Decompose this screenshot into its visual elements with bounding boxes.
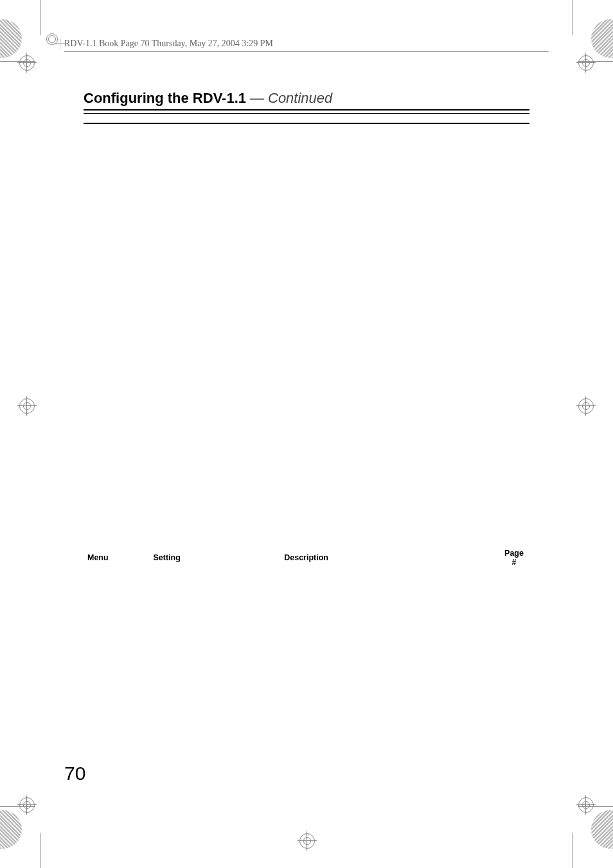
section-title: Configuring the RDV-1.1 — Continued bbox=[84, 90, 529, 107]
cropmark bbox=[40, 0, 40, 35]
title-dash: — bbox=[250, 90, 264, 107]
book-header: RDV-1.1 Book Page 70 Thursday, May 27, 2… bbox=[64, 39, 549, 52]
col-menu: Menu bbox=[84, 123, 150, 868]
binding-texture bbox=[591, 19, 613, 58]
col-page: Page # bbox=[499, 123, 529, 868]
col-description: Description bbox=[280, 123, 499, 868]
registration-mark-icon bbox=[578, 797, 594, 813]
binding-texture bbox=[0, 19, 22, 58]
registration-mark-icon bbox=[578, 398, 594, 414]
registration-mark-icon bbox=[19, 797, 35, 813]
registration-mark-icon bbox=[19, 398, 35, 414]
registration-mark-small-icon bbox=[46, 33, 58, 45]
book-header-text: RDV-1.1 Book Page 70 Thursday, May 27, 2… bbox=[64, 39, 273, 48]
registration-mark-icon bbox=[19, 55, 35, 71]
page-number: 70 bbox=[64, 763, 85, 784]
title-underline bbox=[84, 109, 529, 114]
settings-table: Menu Setting Description Page # Operatio… bbox=[84, 123, 529, 868]
col-setting: Setting bbox=[150, 123, 281, 868]
binding-texture bbox=[591, 810, 613, 849]
cropmark bbox=[40, 833, 40, 868]
binding-texture bbox=[0, 810, 22, 849]
cropmark bbox=[573, 0, 573, 35]
registration-mark-icon bbox=[578, 55, 594, 71]
cropmark bbox=[573, 833, 573, 868]
title-main: Configuring the RDV-1.1 bbox=[84, 90, 246, 107]
title-continued: Continued bbox=[268, 90, 332, 107]
